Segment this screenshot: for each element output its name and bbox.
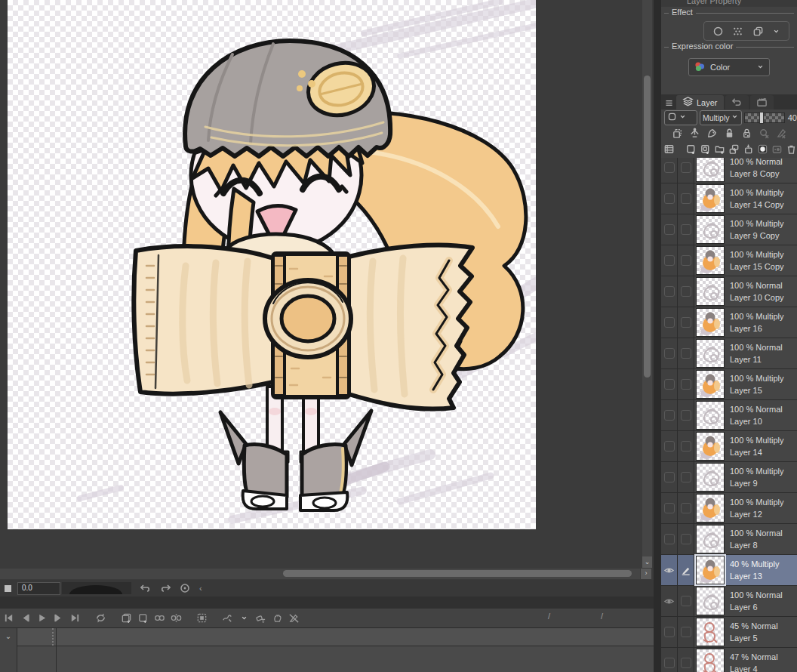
curve-pen-icon[interactable] [220,611,235,625]
layer-thumbnail[interactable] [696,277,725,306]
play-icon[interactable] [34,611,49,625]
layer-thumbnail[interactable] [696,339,725,368]
rotation-hill-icon[interactable] [62,582,131,594]
animation-palette-icon[interactable] [756,97,768,108]
canvas-horizontal-scrollbar[interactable]: › [0,569,640,579]
stop-square-icon[interactable] [5,585,11,592]
tone-effect-icon[interactable] [732,26,743,37]
onion-skin-icon[interactable] [194,611,209,625]
pen-settings-dropdown[interactable] [664,110,697,125]
new-layer-dialog-icon[interactable] [700,143,711,155]
scroll-right-button[interactable]: › [641,569,651,579]
layer-edit-cell[interactable] [678,524,694,554]
edit-checkbox[interactable] [681,410,691,421]
layer-row[interactable]: 100 % Multiply Layer 12 [661,493,797,524]
layer-edit-cell[interactable] [678,183,694,214]
layer-visibility-cell[interactable] [661,158,678,183]
visibility-checkbox[interactable] [664,286,675,297]
visibility-checkbox[interactable] [664,534,675,544]
layer-thumbnail[interactable] [696,494,725,522]
layer-edit-cell[interactable] [678,462,694,492]
layer-row[interactable]: 100 % Multiply Layer 15 [661,369,797,400]
layer-row[interactable]: 45 % Normal Layer 5 [661,617,797,648]
edit-checkbox[interactable] [681,193,691,204]
lock-icon[interactable] [724,128,735,139]
visibility-checkbox[interactable] [664,162,675,173]
move-cel-icon[interactable] [269,611,285,625]
new-animation-cel-icon[interactable] [118,611,134,625]
layer-thumbnail[interactable] [696,401,725,430]
layer-edit-cell[interactable] [678,493,694,523]
visibility-checkbox[interactable] [664,472,675,482]
layer-row[interactable]: 100 % Multiply Layer 14 [661,431,797,462]
pencil-icon[interactable] [680,565,691,576]
palette-menu-icon[interactable] [661,96,676,109]
visibility-checkbox[interactable] [664,658,675,668]
new-folder-icon[interactable] [714,143,725,155]
layer-visibility-cell[interactable] [661,400,678,430]
layer-visibility-cell[interactable] [661,245,678,276]
opacity-slider-handle[interactable] [759,112,764,124]
blend-mode-dropdown[interactable]: Multiply [700,110,742,125]
ruler-icon[interactable] [689,128,700,139]
layer-edit-cell[interactable] [678,648,694,672]
horizontal-scrollbar-thumb[interactable] [283,570,632,577]
layer-visibility-cell[interactable] [661,462,678,492]
layer-edit-cell[interactable] [678,338,694,368]
layer-visibility-cell[interactable] [661,307,678,338]
layer-thumbnail[interactable] [696,463,725,492]
visibility-checkbox[interactable] [664,255,675,266]
layer-thumbnail[interactable] [696,308,725,337]
tab-layer[interactable]: Layer [676,95,724,109]
layer-visibility-cell[interactable] [661,214,678,245]
layer-thumbnail[interactable] [696,432,725,461]
layer-row[interactable]: 40 % Multiply Layer 13 [661,555,797,586]
delete-layer-icon[interactable] [786,143,797,155]
visibility-checkbox[interactable] [664,193,675,204]
layer-edit-cell[interactable] [678,307,694,338]
frame-next-icon[interactable] [51,611,66,625]
rotation-angle-field[interactable]: 0.0 [17,582,60,595]
edit-checkbox[interactable] [681,596,691,606]
visibility-checkbox[interactable] [664,410,675,421]
layer-visibility-cell[interactable] [661,183,678,214]
visibility-checkbox[interactable] [664,348,675,359]
layer-row[interactable]: 100 % Normal Layer 8 Copy [661,158,797,183]
skip-end-icon[interactable] [67,611,82,625]
erase-cel-icon[interactable] [253,611,268,625]
layer-visibility-cell[interactable] [661,276,678,307]
layer-edit-cell[interactable] [678,158,694,183]
layer-edit-cell[interactable] [678,431,694,461]
reset-rotation-icon[interactable] [180,583,190,593]
unlink-cel-icon[interactable] [168,611,183,625]
undo-icon[interactable] [140,584,151,593]
layer-row[interactable]: 100 % Multiply Layer 16 [661,307,797,338]
layer-visibility-cell[interactable] [661,648,678,672]
layer-visibility-cell[interactable] [661,617,678,647]
apply-mask-icon[interactable] [771,143,783,155]
mask-pen-icon[interactable] [706,128,718,139]
layer-visibility-cell[interactable] [661,524,678,554]
layer-thumbnail[interactable] [696,525,725,553]
pencil-off-icon[interactable] [286,611,301,625]
circle-effect-icon[interactable] [712,26,724,37]
collapse-left-icon[interactable]: ‹ [199,584,202,593]
scroll-down-button[interactable]: ⌄ [642,556,652,568]
chevron-down-icon[interactable] [236,611,251,625]
lock-alpha-icon[interactable] [741,128,752,139]
layer-visibility-cell[interactable] [661,431,678,461]
layer-row[interactable]: 100 % Normal Layer 8 [661,524,797,555]
edit-checkbox[interactable] [681,317,691,328]
edit-checkbox[interactable] [681,348,691,359]
timeline-track-area[interactable]: ⌄ [0,628,654,672]
edit-checkbox[interactable] [681,534,691,544]
layer-color-effect-icon[interactable] [752,26,764,37]
clip-below-icon[interactable] [672,128,683,139]
layer-edit-cell[interactable] [678,400,694,430]
skip-start-icon[interactable] [1,611,16,625]
redo-icon[interactable] [160,584,171,593]
edit-checkbox[interactable] [681,472,691,482]
edit-checkbox[interactable] [681,503,691,513]
vertical-scrollbar-thumb[interactable] [644,76,651,378]
layer-visibility-cell[interactable] [661,555,678,585]
